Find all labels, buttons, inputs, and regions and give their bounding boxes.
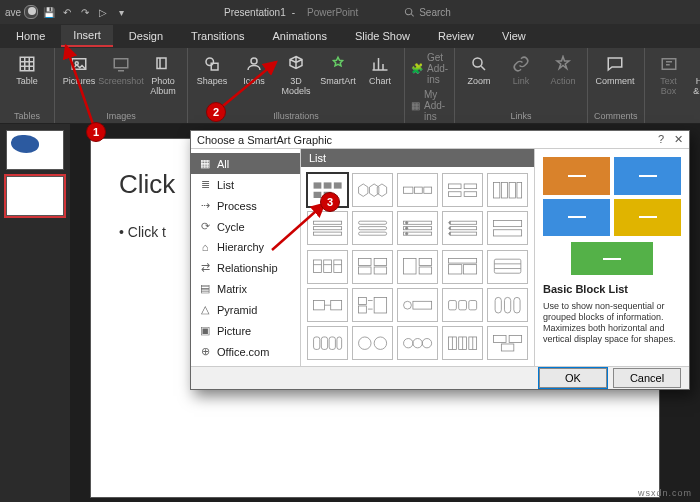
smartart-option[interactable]	[352, 211, 393, 245]
zoom-button[interactable]: Zoom	[461, 52, 497, 88]
svg-rect-57	[403, 259, 415, 275]
category-relationship[interactable]: ⇄Relationship	[191, 257, 300, 278]
svg-point-87	[422, 338, 431, 347]
category-matrix[interactable]: ▤Matrix	[191, 278, 300, 299]
category-all[interactable]: ▦All	[191, 153, 300, 174]
cancel-button[interactable]: Cancel	[613, 368, 681, 388]
slide-thumbnail[interactable]	[6, 176, 64, 216]
group-comments: Comment Comments	[588, 48, 645, 123]
group-links: Zoom Link Action Links	[455, 48, 588, 123]
smartart-option[interactable]	[307, 211, 348, 245]
svg-point-5	[206, 58, 214, 66]
ok-button[interactable]: OK	[539, 368, 607, 388]
tab-animations[interactable]: Animations	[261, 26, 339, 46]
svg-rect-34	[358, 227, 386, 230]
comment-button[interactable]: Comment	[594, 52, 636, 88]
svg-rect-80	[321, 337, 327, 349]
smartart-option[interactable]	[352, 173, 393, 207]
smartart-option[interactable]	[397, 250, 438, 284]
textbox-icon	[659, 54, 679, 74]
smartart-option[interactable]	[397, 326, 438, 360]
smartart-option[interactable]	[442, 288, 483, 322]
tab-insert[interactable]: Insert	[61, 25, 113, 47]
shapes-button[interactable]: Shapes	[194, 52, 230, 88]
smartart-button[interactable]: SmartArt	[320, 52, 356, 88]
screenshot-button[interactable]: Screenshot	[103, 52, 139, 88]
smartart-option[interactable]	[307, 288, 348, 322]
category-cycle[interactable]: ⟳Cycle	[191, 216, 300, 237]
svg-rect-23	[464, 184, 476, 189]
category-process[interactable]: ⇢Process	[191, 195, 300, 216]
get-addins-button[interactable]: 🧩Get Add-ins	[411, 52, 448, 85]
svg-rect-49	[334, 260, 342, 272]
3d-models-button[interactable]: 3D Models	[278, 52, 314, 98]
smartart-option[interactable]	[487, 173, 528, 207]
start-from-beginning-icon[interactable]: ▷	[96, 5, 110, 19]
smartart-option[interactable]	[397, 288, 438, 322]
addins-icon: ▦	[411, 100, 420, 111]
category-list[interactable]: ≣List	[191, 174, 300, 195]
search-box[interactable]: Search	[404, 7, 451, 18]
svg-rect-0	[20, 57, 34, 71]
smartart-option[interactable]	[307, 326, 348, 360]
svg-rect-74	[459, 300, 467, 309]
text-box-button[interactable]: Text Box	[651, 52, 687, 98]
category-pyramid[interactable]: △Pyramid	[191, 299, 300, 320]
tab-home[interactable]: Home	[4, 26, 57, 46]
tab-review[interactable]: Review	[426, 26, 486, 46]
undo-icon[interactable]: ↶	[60, 5, 74, 19]
table-button[interactable]: Table	[6, 52, 48, 88]
category-hierarchy[interactable]: ⌂Hierarchy	[191, 237, 300, 257]
smartart-option[interactable]	[397, 211, 438, 245]
tab-design[interactable]: Design	[117, 26, 175, 46]
qat-more-icon[interactable]: ▾	[114, 5, 128, 19]
pictures-button[interactable]: Pictures	[61, 52, 97, 88]
svg-rect-68	[358, 297, 366, 304]
dialog-title: Choose a SmartArt Graphic	[197, 134, 332, 146]
smartart-option[interactable]	[442, 326, 483, 360]
smartart-option[interactable]	[352, 250, 393, 284]
smartart-option[interactable]	[487, 211, 528, 245]
svg-rect-81	[329, 337, 335, 349]
autosave-toggle[interactable]	[24, 5, 38, 19]
smartart-option[interactable]	[352, 288, 393, 322]
smartart-option[interactable]	[442, 250, 483, 284]
my-addins-button[interactable]: ▦My Add-ins	[411, 89, 448, 122]
smartart-option[interactable]	[487, 288, 528, 322]
chart-button[interactable]: Chart	[362, 52, 398, 88]
header-footer-button[interactable]: Header & Footer	[693, 52, 700, 98]
slide-thumbnail-panel[interactable]	[0, 124, 70, 502]
svg-point-71	[403, 301, 411, 309]
help-icon[interactable]: ?	[658, 133, 664, 146]
dialog-titlebar[interactable]: Choose a SmartArt Graphic ? ✕	[191, 131, 689, 149]
link-button[interactable]: Link	[503, 52, 539, 88]
save-icon[interactable]: 💾	[42, 5, 56, 19]
close-icon[interactable]: ✕	[674, 133, 683, 146]
tab-transitions[interactable]: Transitions	[179, 26, 256, 46]
svg-point-83	[358, 337, 370, 349]
svg-rect-11	[313, 182, 321, 188]
smartart-option[interactable]	[487, 326, 528, 360]
icons-button[interactable]: Icons	[236, 52, 272, 88]
svg-rect-66	[313, 300, 324, 309]
smartart-option[interactable]	[442, 211, 483, 245]
action-button[interactable]: Action	[545, 52, 581, 88]
svg-point-86	[413, 338, 422, 347]
office-icon: ⊕	[199, 345, 211, 358]
redo-icon[interactable]: ↷	[78, 5, 92, 19]
tab-view[interactable]: View	[490, 26, 538, 46]
slide-thumbnail[interactable]	[6, 130, 64, 170]
smartart-option[interactable]	[397, 173, 438, 207]
smartart-option[interactable]	[352, 326, 393, 360]
list-icon: ≣	[199, 178, 211, 191]
svg-rect-95	[509, 335, 521, 342]
smartart-option[interactable]	[442, 173, 483, 207]
document-title: Presentation1	[224, 7, 286, 18]
tab-slideshow[interactable]: Slide Show	[343, 26, 422, 46]
photo-album-button[interactable]: Photo Album	[145, 52, 181, 98]
category-office[interactable]: ⊕Office.com	[191, 341, 300, 362]
smartart-option[interactable]	[307, 250, 348, 284]
smartart-option[interactable]	[487, 250, 528, 284]
category-picture[interactable]: ▣Picture	[191, 320, 300, 341]
svg-rect-76	[495, 297, 501, 313]
